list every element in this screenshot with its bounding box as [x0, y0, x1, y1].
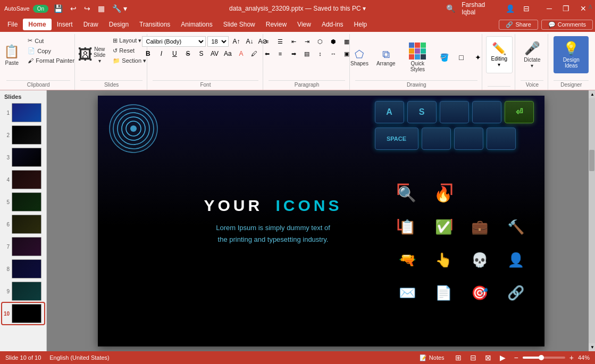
menu-insert[interactable]: Insert: [52, 19, 78, 30]
text-direction-button[interactable]: ↔: [328, 48, 339, 59]
font-size-select[interactable]: 18: [207, 36, 229, 47]
slide-thumb-9[interactable]: 9: [2, 281, 44, 302]
shadow-button[interactable]: S: [195, 48, 207, 59]
justify-button[interactable]: ▤: [301, 48, 313, 59]
ribbon: 📋 Paste ✂ Cut 📄 Copy 🖌 Format Painter Cl…: [0, 32, 595, 90]
share-button[interactable]: 🔗 Share: [499, 20, 538, 30]
font-name-select[interactable]: Calibri (Body): [142, 36, 206, 47]
slide-thumb-3[interactable]: 3: [2, 147, 44, 168]
line-spacing-button[interactable]: ↕: [314, 48, 326, 59]
scroll-track-bottom: [589, 171, 595, 343]
spacing-button[interactable]: AV: [208, 48, 220, 59]
convert-smartart-button[interactable]: ⬢: [328, 36, 339, 47]
numbered-list-button[interactable]: ☰: [274, 36, 286, 47]
saved-state: Saved to this PC: [313, 5, 361, 12]
editing-button[interactable]: ✏️ Editing ▾: [486, 36, 513, 73]
slide-thumb-5[interactable]: 5: [2, 191, 44, 213]
grid-icon-skull: 💀: [466, 247, 493, 274]
menu-slideshow[interactable]: Slide Show: [218, 19, 261, 30]
zoom-out-button[interactable]: −: [512, 352, 521, 363]
arrange-button[interactable]: ⧉ Arrange: [374, 46, 398, 69]
menu-animations[interactable]: Animations: [175, 19, 217, 30]
slide-preview-3: [12, 148, 41, 167]
copy-button[interactable]: 📄 Copy: [26, 46, 77, 55]
inc-indent-button[interactable]: ⇥: [301, 36, 313, 47]
zoom-slider-thumb[interactable]: [539, 355, 544, 360]
underline-button[interactable]: U: [169, 48, 180, 59]
present-icon[interactable]: ▦: [96, 3, 107, 14]
shape-fill-button[interactable]: 🪣: [438, 50, 451, 65]
menu-draw[interactable]: Draw: [78, 19, 104, 30]
slide-thumb-4[interactable]: 4: [2, 169, 44, 190]
language-text: English (United States): [49, 354, 110, 361]
ribbon-display-icon[interactable]: ⊟: [521, 3, 532, 14]
redo-icon[interactable]: ↪: [82, 3, 93, 14]
cut-button[interactable]: ✂ Cut: [26, 36, 77, 45]
shapes-button[interactable]: ⬠ Shapes: [348, 46, 371, 69]
dec-indent-button[interactable]: ⇤: [288, 36, 299, 47]
shape-effects-button[interactable]: ✦: [471, 50, 485, 65]
customize-icon[interactable]: 🔧 ▾: [110, 3, 129, 14]
menu-help[interactable]: Help: [349, 19, 373, 30]
minimize-button[interactable]: ─: [542, 3, 556, 14]
format-painter-button[interactable]: 🖌 Format Painter: [26, 56, 77, 65]
bullets-button[interactable]: ≡: [261, 36, 273, 47]
menu-addins[interactable]: Add-ins: [316, 19, 349, 30]
key-enter: ⏎: [505, 101, 534, 123]
menu-home[interactable]: Home: [23, 19, 51, 30]
restore-button[interactable]: ❐: [558, 3, 574, 14]
quick-styles-button[interactable]: Quick Styles: [401, 39, 434, 76]
normal-view-button[interactable]: ⊞: [453, 352, 464, 363]
slide-preview-2: [12, 125, 41, 145]
notes-button[interactable]: 📝 Notes: [415, 353, 449, 362]
scroll-down-button[interactable]: ▼: [589, 343, 595, 351]
font-increase-button[interactable]: A↑: [230, 36, 242, 47]
menu-file[interactable]: File: [2, 19, 23, 30]
align-right-button[interactable]: ➡: [288, 48, 299, 59]
font-color-button[interactable]: A: [235, 48, 247, 59]
save-icon[interactable]: 💾: [52, 3, 65, 14]
paste-button[interactable]: 📋 Paste: [0, 36, 23, 73]
zoom-in-button[interactable]: +: [567, 352, 576, 363]
menu-view[interactable]: View: [292, 19, 316, 30]
slide-thumb-10[interactable]: 10: [2, 303, 44, 324]
slide-thumb-2[interactable]: 2: [2, 124, 44, 146]
autosave-toggle[interactable]: On: [33, 5, 48, 13]
align-left-button[interactable]: ⬅: [261, 48, 273, 59]
menu-design[interactable]: Design: [104, 19, 134, 30]
font-decrease-button[interactable]: A↓: [244, 36, 255, 47]
slide-canvas[interactable]: A S ⏎ SPACE: [98, 96, 544, 346]
vertical-scrollbar[interactable]: ▲ ▼: [589, 90, 595, 351]
collapse-ribbon-button[interactable]: ∧: [588, 2, 593, 11]
title-bar: AutoSave On 💾 ↩ ↪ ▦ 🔧 ▾ data_analysis_23…: [0, 0, 595, 17]
slide-thumb-1[interactable]: 1: [2, 102, 44, 123]
smartart-button[interactable]: ⬡: [314, 36, 326, 47]
slide-thumb-6[interactable]: 6: [2, 214, 44, 235]
slide-sorter-button[interactable]: ⊟: [468, 352, 479, 363]
shape-outline-button[interactable]: □: [454, 50, 468, 65]
undo-icon[interactable]: ↩: [68, 3, 79, 14]
bold-button[interactable]: B: [142, 48, 154, 59]
dictate-button[interactable]: 🎤 Dictate ▾: [519, 36, 546, 73]
align-center-button[interactable]: ≡: [274, 48, 286, 59]
zoom-slider[interactable]: [523, 357, 565, 359]
design-ideas-button[interactable]: 💡 Design Ideas: [554, 36, 589, 73]
highlight-button[interactable]: 🖊: [248, 48, 260, 59]
user-avatar[interactable]: 👤: [504, 3, 517, 14]
case-button[interactable]: Aa: [222, 48, 233, 59]
new-slide-button[interactable]: 🖼 New Slide ▾: [74, 36, 108, 73]
strikethrough-button[interactable]: S: [182, 48, 194, 59]
scroll-up-button[interactable]: ▲: [589, 90, 595, 98]
search-icon[interactable]: 🔍: [444, 3, 457, 14]
slide-thumb-7[interactable]: 7: [2, 236, 44, 257]
italic-button[interactable]: I: [155, 48, 167, 59]
menu-review[interactable]: Review: [261, 19, 292, 30]
scroll-thumb[interactable]: [589, 150, 594, 171]
menu-transitions[interactable]: Transitions: [134, 19, 175, 30]
comments-button[interactable]: 💬 Comments: [541, 20, 593, 30]
slides-panel: Slides 1 2 3 4 5 6 7 8: [0, 90, 47, 351]
reading-view-button[interactable]: ⊠: [483, 352, 493, 363]
slide-show-button[interactable]: ▶: [498, 352, 508, 363]
slide-thumb-8[interactable]: 8: [2, 258, 44, 280]
window-controls: ─ ❐ ✕: [542, 3, 591, 14]
